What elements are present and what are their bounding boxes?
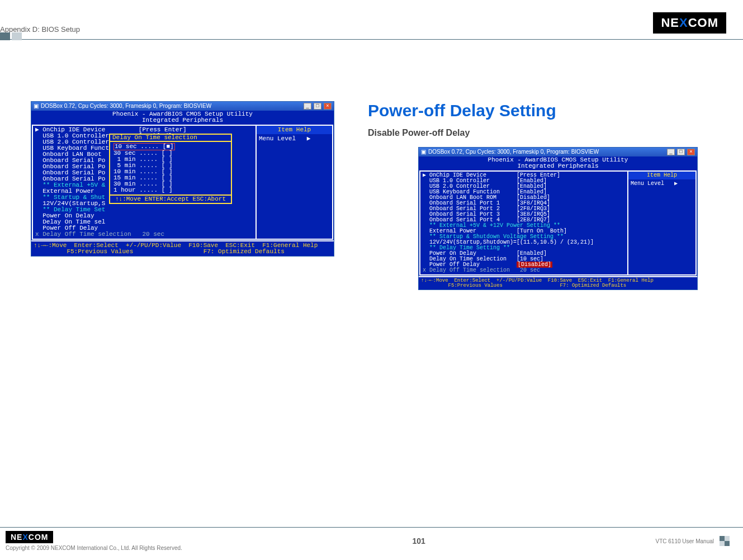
item-help-header: Item Help <box>628 172 695 179</box>
delay-on-time-popup[interactable]: Delay On Time selection 10 sec ..... [■]… <box>109 134 232 204</box>
close-button[interactable]: × <box>324 103 332 110</box>
bios-row-disabled: x Delay Off Time selection 20 sec <box>35 231 253 238</box>
dosbox-icon: ▣ <box>34 103 39 109</box>
bios-row-disabled: x Delay Off Time selection 20 sec <box>423 268 625 273</box>
page-header: Appendix D: BIOS Setup NEXCOM <box>0 0 743 38</box>
bios-header: Phoenix - AwardBIOS CMOS Setup Utility I… <box>31 111 334 124</box>
bios-left-pane[interactable]: ▶ OnChip IDE Device [Press Enter] USB 1.… <box>420 172 628 274</box>
dosbox-window-left: ▣ DOSBox 0.72, Cpu Cycles: 3000, Framesk… <box>31 101 334 257</box>
footer-left: NEXCOM Copyright © 2009 NEXCOM Internati… <box>6 531 182 551</box>
bios-body: ▶ OnChip IDE Device [Press Enter] USB 1.… <box>419 170 697 276</box>
dosbox-title-text: DOSBox 0.72, Cpu Cycles: 3000, Frameskip… <box>41 103 301 109</box>
popup-options[interactable]: 10 sec ..... [■] 30 sec ..... [ ] 1 min … <box>110 142 231 196</box>
maximize-button[interactable]: □ <box>314 103 321 110</box>
page-footer: NEXCOM Copyright © 2009 NEXCOM Internati… <box>0 527 743 560</box>
section-subtitle: Disable Power-off Delay <box>368 128 703 138</box>
popup-footer: ↑↓:Move ENTER:Accept ESC:Abort <box>110 196 231 203</box>
minimize-button[interactable]: _ <box>304 103 311 110</box>
bios-title-2: Integrated Peripherals <box>31 117 334 124</box>
dosbox-title-text: DOSBox 0.72, Cpu Cycles: 3000, Frameskip… <box>428 149 665 155</box>
right-column: Power-off Delay Setting Disable Power-of… <box>368 101 703 290</box>
item-help-header: Item Help <box>257 126 332 134</box>
bios-title-2: Integrated Peripherals <box>419 163 697 169</box>
close-button[interactable]: × <box>687 149 695 155</box>
manual-name: VTC 6110 User Manual <box>656 538 714 544</box>
menu-level: Menu Level ▶ <box>631 181 693 187</box>
left-screenshot: ▣ DOSBox 0.72, Cpu Cycles: 3000, Framesk… <box>31 101 334 257</box>
bios-right-pane: Item Help Menu Level ▶ <box>628 172 695 274</box>
bios-right-pane: Item Help Menu Level ▶ <box>257 126 332 239</box>
minimize-button[interactable]: _ <box>667 149 675 155</box>
section-title: Power-off Delay Setting <box>368 101 703 120</box>
maximize-button[interactable]: □ <box>677 149 685 155</box>
dosbox-icon: ▣ <box>421 149 426 155</box>
footer-logo: NEXCOM <box>6 531 53 543</box>
popup-title: Delay On Time selection <box>110 135 231 142</box>
menu-level: Menu Level ▶ <box>259 136 330 142</box>
footer-right: VTC 6110 User Manual <box>656 536 730 546</box>
popup-option[interactable]: 1 hour ..... [ ] <box>113 187 228 193</box>
left-corner-tabs <box>0 32 22 40</box>
dosbox-titlebar: ▣ DOSBox 0.72, Cpu Cycles: 3000, Framesk… <box>31 102 334 111</box>
page-number: 101 <box>413 537 425 545</box>
bios-header: Phoenix - AwardBIOS CMOS Setup Utility I… <box>419 156 697 170</box>
brand-logo: NEXCOM <box>653 12 726 34</box>
page-content: ▣ DOSBox 0.72, Cpu Cycles: 3000, Framesk… <box>0 40 743 290</box>
corner-decoration <box>720 536 730 546</box>
bios-footer: ↑↓→←:Move Enter:Select +/-/PU/PD:Value F… <box>419 276 697 290</box>
copyright: Copyright © 2009 NEXCOM International Co… <box>6 545 182 551</box>
bios-body: ▶ OnChip IDE Device [Press Enter] USB 1.… <box>32 125 333 240</box>
dosbox-titlebar: ▣ DOSBox 0.72, Cpu Cycles: 3000, Framesk… <box>419 148 697 156</box>
bios-left-pane[interactable]: ▶ OnChip IDE Device [Press Enter] USB 1.… <box>33 126 257 239</box>
dosbox-window-right: ▣ DOSBox 0.72, Cpu Cycles: 3000, Framesk… <box>418 147 698 290</box>
bios-footer: ↑↓→←:Move Enter:Select +/-/PU/PD:Value F… <box>31 240 334 256</box>
